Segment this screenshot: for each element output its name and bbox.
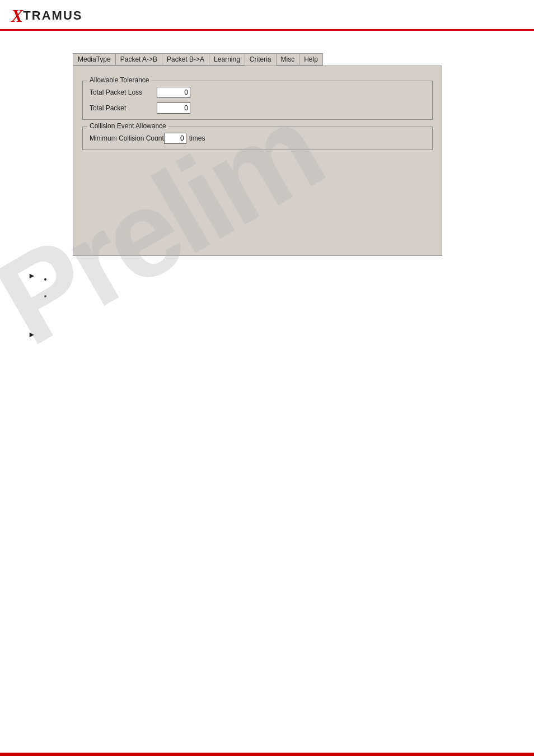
total-packet-input[interactable] bbox=[157, 102, 190, 114]
total-packet-loss-row: Total Packet Loss bbox=[90, 87, 425, 98]
minimum-collision-count-row: Minimum Collision Count times bbox=[90, 133, 425, 144]
arrow-item-1: ► bbox=[28, 270, 506, 307]
minimum-collision-count-input[interactable] bbox=[164, 133, 186, 144]
collision-event-allowance-legend: Collision Event Allowance bbox=[87, 122, 168, 130]
footer-bar bbox=[0, 753, 534, 756]
arrow-item-2: ► bbox=[28, 329, 506, 339]
minimum-collision-count-label: Minimum Collision Count bbox=[90, 134, 164, 142]
tab-packet-a-b[interactable]: Packet A->B bbox=[115, 53, 162, 66]
tab-criteria[interactable]: Criteria bbox=[245, 53, 277, 66]
list-item-1-2 bbox=[53, 291, 55, 302]
tab-packet-b-a[interactable]: Packet B->A bbox=[162, 53, 209, 66]
arrow-content-1 bbox=[41, 270, 55, 307]
panel-body: Allowable Tolerance Total Packet Loss To… bbox=[73, 66, 442, 256]
times-unit: times bbox=[189, 134, 205, 142]
allowable-tolerance-legend: Allowable Tolerance bbox=[87, 76, 152, 84]
allowable-tolerance-group: Allowable Tolerance Total Packet Loss To… bbox=[82, 81, 433, 120]
logo-tramus: TRAMUS bbox=[23, 8, 82, 23]
tab-media-type[interactable]: MediaType bbox=[73, 53, 116, 66]
content-area: ► ► bbox=[11, 256, 523, 350]
list-item-1-1 bbox=[53, 274, 55, 285]
tab-misc[interactable]: Misc bbox=[276, 53, 300, 66]
header: X TRAMUS bbox=[0, 0, 534, 31]
arrow-right-icon-1: ► bbox=[28, 271, 36, 280]
arrow-right-icon-2: ► bbox=[28, 330, 36, 339]
tabs-row: MediaType Packet A->B Packet B->A Learni… bbox=[73, 53, 442, 66]
collision-event-allowance-group: Collision Event Allowance Minimum Collis… bbox=[82, 127, 433, 150]
logo-x: X bbox=[11, 7, 23, 25]
tab-panel-container: MediaType Packet A->B Packet B->A Learni… bbox=[73, 53, 442, 256]
bullet-list-1 bbox=[41, 274, 55, 301]
tab-help[interactable]: Help bbox=[299, 53, 323, 66]
total-packet-row: Total Packet bbox=[90, 102, 425, 114]
total-packet-label: Total Packet bbox=[90, 104, 157, 112]
main-content: MediaType Packet A->B Packet B->A Learni… bbox=[0, 31, 534, 361]
total-packet-loss-label: Total Packet Loss bbox=[90, 88, 157, 96]
total-packet-loss-input[interactable] bbox=[157, 87, 190, 98]
tab-learning[interactable]: Learning bbox=[209, 53, 245, 66]
